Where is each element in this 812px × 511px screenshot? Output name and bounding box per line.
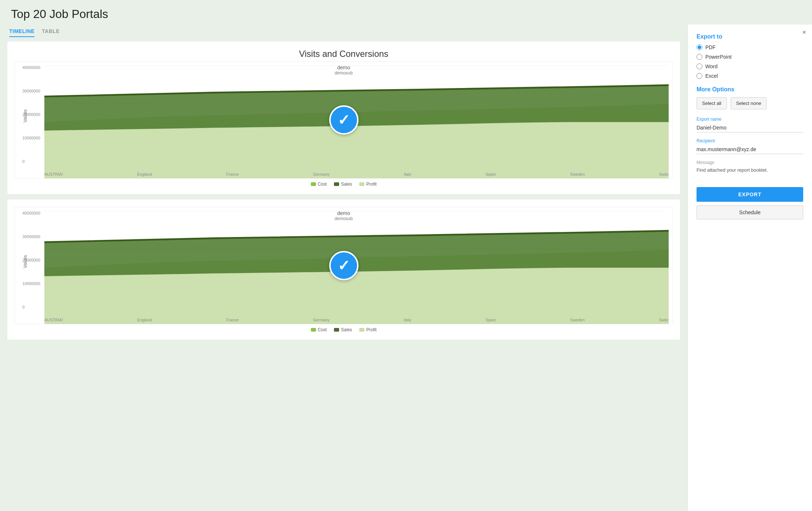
chart-checkmark-1: [329, 105, 359, 135]
radio-powerpoint[interactable]: PowerPoint: [697, 54, 803, 60]
export-sidebar: × Export to PDF PowerPoint Word Excel Mo…: [687, 25, 812, 511]
export-to-title: Export to: [697, 33, 803, 40]
legend-profit-dot-1: [359, 182, 364, 186]
legend-cost-dot-1: [311, 182, 316, 186]
y-tick: 40000000: [22, 211, 40, 215]
radio-excel-input[interactable]: [697, 73, 702, 79]
message-text: Find attached your report booklet.: [697, 167, 803, 174]
message-label: Message: [697, 160, 803, 165]
legend-cost-1: Cost: [311, 182, 327, 187]
export-name-input[interactable]: [697, 123, 803, 132]
x-tick: Germany: [313, 172, 330, 176]
chart-container-1: Visits and Conversions Values 40000000 3…: [7, 41, 680, 194]
radio-powerpoint-label: PowerPoint: [705, 54, 732, 60]
x-tick: Italy: [404, 172, 411, 176]
chart-wrapper-1: Values 40000000 30000000 20000000 100000…: [15, 61, 673, 179]
legend-sales-2: Sales: [334, 327, 352, 332]
recipient-input[interactable]: [697, 145, 803, 154]
x-tick: Germany: [313, 318, 330, 322]
legend-cost-label-1: Cost: [318, 182, 327, 187]
export-button[interactable]: EXPORT: [697, 187, 803, 202]
x-tick: Spain: [486, 172, 496, 176]
legend-cost-label-2: Cost: [318, 327, 327, 332]
legend-profit-1: Profit: [359, 182, 376, 187]
radio-pdf-label: PDF: [705, 44, 716, 50]
legend-cost-dot-2: [311, 328, 316, 332]
radio-word-label: Word: [705, 63, 717, 69]
x-tick: Switz: [659, 318, 669, 322]
x-tick: AUSTRIA!: [44, 318, 63, 322]
x-tick: Italy: [404, 318, 411, 322]
page-title: Top 20 Job Portals: [11, 7, 108, 21]
tab-table[interactable]: TABLE: [42, 28, 59, 37]
x-axis-labels-2: AUSTRIA! England France Germany Italy Sp…: [44, 318, 669, 322]
tab-timeline[interactable]: TIMELINE: [9, 28, 34, 37]
x-tick: Switz: [659, 172, 669, 176]
radio-pdf[interactable]: PDF: [697, 44, 803, 50]
chart-main-title: Visits and Conversions: [15, 49, 673, 59]
main-layout: TIMELINE TABLE Visits and Conversions Va…: [0, 25, 812, 511]
x-tick: AUSTRIA!: [44, 172, 63, 176]
x-axis-labels-1: AUSTRIA! England France Germany Italy Sp…: [44, 172, 669, 176]
y-tick: 40000000: [22, 65, 40, 70]
chart-container-2: Values 40000000 30000000 20000000 100000…: [7, 200, 680, 340]
x-tick: Sweden: [570, 172, 585, 176]
y-tick: 10000000: [22, 136, 40, 140]
legend-sales-1: Sales: [334, 182, 352, 187]
message-group: Message Find attached your report bookle…: [697, 160, 803, 181]
legend-profit-label-1: Profit: [366, 182, 376, 187]
chart-legend-1: Cost Sales Profit: [15, 182, 673, 187]
chart-wrapper-2: Values 40000000 30000000 20000000 100000…: [15, 207, 673, 324]
y-tick: 30000000: [22, 89, 40, 93]
x-tick: France: [226, 172, 239, 176]
content-area: TIMELINE TABLE Visits and Conversions Va…: [0, 25, 687, 511]
x-tick: England: [137, 318, 152, 322]
radio-word-input[interactable]: [697, 63, 702, 69]
x-tick: England: [137, 172, 152, 176]
y-tick: 20000000: [22, 112, 40, 117]
y-axis-ticks-2: 40000000 30000000 20000000 10000000 0: [22, 211, 40, 309]
select-buttons-row: Select all Select none: [697, 97, 803, 109]
radio-powerpoint-input[interactable]: [697, 54, 702, 60]
y-tick: 30000000: [22, 234, 40, 239]
more-options-title: More Options: [697, 86, 803, 93]
tabs: TIMELINE TABLE: [7, 28, 680, 37]
legend-sales-dot-2: [334, 328, 339, 332]
y-tick: 0: [22, 305, 40, 309]
x-tick: Sweden: [570, 318, 585, 322]
y-tick: 0: [22, 159, 40, 164]
y-tick: 20000000: [22, 258, 40, 262]
chart-checkmark-2: [329, 251, 359, 280]
radio-excel-label: Excel: [705, 73, 718, 79]
legend-sales-label-2: Sales: [341, 327, 352, 332]
legend-profit-2: Profit: [359, 327, 376, 332]
export-name-group: Export name: [697, 117, 803, 132]
close-button[interactable]: ×: [802, 29, 806, 36]
legend-sales-label-1: Sales: [341, 182, 352, 187]
legend-profit-dot-2: [359, 328, 364, 332]
x-tick: France: [226, 318, 239, 322]
radio-pdf-input[interactable]: [697, 44, 702, 50]
x-tick: Spain: [486, 318, 496, 322]
y-axis-ticks-1: 40000000 30000000 20000000 10000000 0: [22, 65, 40, 164]
recipient-label: Recipient: [697, 138, 803, 143]
legend-sales-dot-1: [334, 182, 339, 186]
legend-profit-label-2: Profit: [366, 327, 376, 332]
export-format-group: PDF PowerPoint Word Excel: [697, 44, 803, 79]
recipient-group: Recipient: [697, 138, 803, 154]
export-name-label: Export name: [697, 117, 803, 122]
y-tick: 10000000: [22, 281, 40, 286]
schedule-button[interactable]: Schedule: [697, 205, 803, 219]
select-all-button[interactable]: Select all: [697, 97, 727, 109]
page-header: Top 20 Job Portals: [0, 0, 812, 25]
select-none-button[interactable]: Select none: [731, 97, 767, 109]
radio-excel[interactable]: Excel: [697, 73, 803, 79]
legend-cost-2: Cost: [311, 327, 327, 332]
chart-legend-2: Cost Sales Profit: [15, 327, 673, 332]
radio-word[interactable]: Word: [697, 63, 803, 69]
